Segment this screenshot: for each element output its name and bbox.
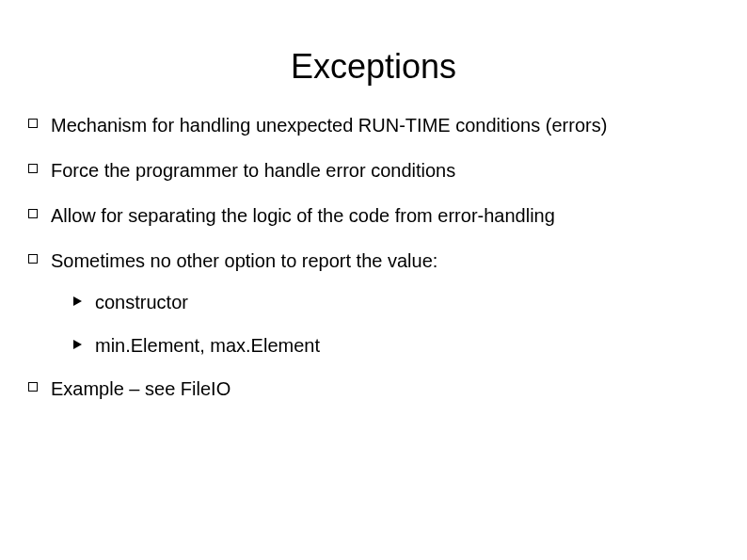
slide-title: Exceptions	[28, 47, 719, 87]
arrow-bullet-icon	[73, 296, 82, 306]
main-bullet-list-cont: Example – see FileIO	[28, 376, 719, 401]
square-bullet-icon	[28, 164, 38, 173]
main-bullet-list: Mechanism for handling unexpected RUN-TI…	[28, 113, 719, 273]
sub-bullet-item: constructor	[73, 290, 719, 314]
arrow-bullet-icon	[73, 340, 82, 349]
bullet-item: Allow for separating the logic of the co…	[28, 203, 719, 228]
sub-bullet-text: constructor	[95, 290, 188, 314]
bullet-item: Mechanism for handling unexpected RUN-TI…	[28, 113, 719, 137]
bullet-text: Force the programmer to handle error con…	[51, 158, 455, 183]
bullet-text: Example – see FileIO	[51, 376, 230, 401]
sub-bullet-list: constructor min.Element, max.Element	[73, 290, 719, 358]
square-bullet-icon	[28, 382, 38, 392]
sub-bullet-text: min.Element, max.Element	[95, 333, 320, 358]
square-bullet-icon	[28, 209, 38, 218]
bullet-text: Allow for separating the logic of the co…	[51, 203, 555, 228]
bullet-text: Sometimes no other option to report the …	[51, 248, 437, 273]
square-bullet-icon	[28, 119, 38, 128]
sub-bullet-item: min.Element, max.Element	[73, 333, 719, 358]
bullet-item: Example – see FileIO	[28, 376, 719, 401]
bullet-item: Sometimes no other option to report the …	[28, 248, 719, 273]
square-bullet-icon	[28, 254, 38, 264]
bullet-item: Force the programmer to handle error con…	[28, 158, 719, 183]
bullet-text: Mechanism for handling unexpected RUN-TI…	[51, 113, 607, 137]
